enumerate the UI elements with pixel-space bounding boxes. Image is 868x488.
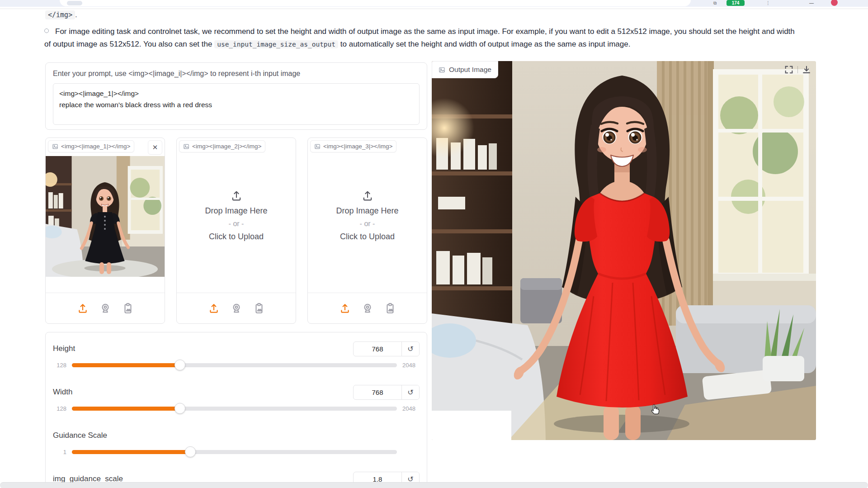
- image-slot-2-label-pill: <img><|image_2|></img>: [179, 140, 265, 152]
- height-input-group: 768 ↺: [353, 341, 420, 356]
- image-slot-1-label-pill: <img><|image_1|></img>: [48, 140, 134, 152]
- width-reset-button[interactable]: ↺: [401, 385, 419, 399]
- guidance-slider-track[interactable]: [72, 450, 397, 454]
- output-image: [432, 61, 816, 440]
- mouse-cursor: [649, 404, 660, 417]
- width-max-label: 2048: [402, 405, 420, 412]
- extension-badge[interactable]: 174: [726, 0, 745, 6]
- width-slider-handle[interactable]: [175, 403, 185, 414]
- fullscreen-icon[interactable]: [783, 64, 795, 76]
- click-to-upload-text[interactable]: Click to Upload: [340, 232, 395, 242]
- webcam-icon[interactable]: [231, 303, 242, 314]
- guidance-min-label: 1: [53, 449, 66, 455]
- image-slot-2-toolbar: [177, 293, 296, 323]
- upload-icon[interactable]: [77, 303, 89, 314]
- image-slot-3-dropzone[interactable]: Drop Image Here - or - Click to Upload: [308, 138, 427, 293]
- image-icon: [183, 143, 189, 150]
- clear-image-button[interactable]: ✕: [148, 140, 162, 155]
- webcam-icon[interactable]: [362, 303, 373, 314]
- img-close-tag-code: </img>: [45, 10, 75, 19]
- image-slot-3: <img><|image_3|></img> Drop Image Here -…: [307, 137, 427, 324]
- image-slot-1-label: <img><|image_1|></img>: [61, 143, 130, 150]
- upload-icon[interactable]: [339, 303, 351, 314]
- height-min-label: 128: [53, 362, 66, 369]
- input-image-thumbnail[interactable]: [46, 156, 165, 277]
- width-slider-row: 128 2048: [53, 403, 420, 414]
- image-icon: [439, 66, 445, 73]
- guidance-slider-head: Guidance Scale: [53, 427, 420, 444]
- input-images-row: <img><|image_1|></img> ✕: [45, 137, 427, 324]
- drop-image-here-text: Drop Image Here: [336, 206, 398, 216]
- horizontal-scrollbar[interactable]: [0, 482, 868, 488]
- top-divider: [0, 9, 868, 9]
- or-text: - or -: [360, 220, 375, 228]
- height-reset-button[interactable]: ↺: [401, 342, 419, 356]
- image-icon: [52, 143, 58, 150]
- profile-avatar[interactable]: [831, 0, 838, 6]
- input-image-scene: [46, 156, 165, 277]
- image-slot-3-toolbar: [308, 293, 427, 323]
- height-label: Height: [53, 344, 75, 353]
- clipboard-icon[interactable]: [384, 303, 396, 314]
- width-label: Width: [53, 388, 72, 397]
- click-to-upload-text[interactable]: Click to Upload: [209, 232, 264, 242]
- intro-code-line: </img>.: [45, 11, 77, 19]
- address-bar[interactable]: [60, 0, 691, 6]
- image-slot-2: <img><|image_2|></img> Drop Image Here -…: [176, 137, 296, 324]
- height-slider-track[interactable]: [72, 363, 397, 367]
- upload-cloud-icon: [361, 190, 374, 202]
- width-value-input[interactable]: 768: [354, 385, 401, 399]
- address-chip: [67, 1, 82, 5]
- clipboard-icon[interactable]: [253, 303, 265, 314]
- width-slider-head: Width 768 ↺: [53, 384, 420, 400]
- image-slot-3-label-pill: <img><|image_3|></img>: [310, 140, 396, 152]
- note-code: use_input_image_size_as_output: [214, 40, 338, 48]
- guidance-slider-fill: [72, 450, 190, 454]
- app-page: ⧉ 174 ⋮ — </img>. For image editing task…: [0, 0, 868, 488]
- clipboard-icon[interactable]: [122, 303, 134, 314]
- width-slider-fill: [72, 407, 180, 411]
- guidance-slider-row: 1: [53, 446, 420, 457]
- width-min-label: 128: [53, 405, 66, 412]
- parameters-panel: Height 768 ↺ 128 2048 Width 768 ↺ 128: [45, 332, 427, 488]
- webcam-icon[interactable]: [99, 303, 111, 314]
- image-icon: [314, 143, 321, 150]
- image-slot-2-dropzone[interactable]: Drop Image Here - or - Click to Upload: [177, 138, 296, 293]
- guidance-slider-handle[interactable]: [185, 446, 196, 457]
- guidance-scale-label: Guidance Scale: [53, 431, 107, 440]
- prompt-input[interactable]: <img><|image_1|></img> replace the woman…: [53, 83, 420, 125]
- prompt-label: Enter your prompt, use <img><|image_i|><…: [53, 70, 420, 78]
- minimize-icon[interactable]: —: [809, 0, 814, 5]
- width-input-group: 768 ↺: [353, 385, 420, 400]
- output-image-label: Output Image: [449, 66, 491, 74]
- image-slot-3-label: <img><|image_3|></img>: [323, 143, 392, 150]
- browser-menu-icon[interactable]: ⋮: [766, 0, 770, 5]
- note-text-after: to automatically set the height and widt…: [338, 40, 630, 48]
- output-image-label-pill: Output Image: [432, 61, 498, 78]
- image-slot-1: <img><|image_1|></img> ✕: [45, 137, 165, 324]
- intro-note: For image editing task and controlnet ta…: [44, 25, 800, 51]
- download-icon[interactable]: [801, 64, 812, 76]
- height-slider-handle[interactable]: [175, 360, 185, 370]
- or-text: - or -: [229, 220, 244, 228]
- extensions-icon[interactable]: ⧉: [713, 0, 717, 6]
- bullet-icon: [44, 28, 49, 33]
- image-slot-1-toolbar: [46, 293, 165, 323]
- output-image-panel[interactable]: Output Image: [432, 61, 816, 440]
- image-slot-2-label: <img><|image_2|></img>: [192, 143, 261, 150]
- output-image-blank-region: [432, 411, 511, 440]
- height-slider-head: Height 768 ↺: [53, 341, 420, 357]
- output-actions-divider: [797, 66, 798, 73]
- upload-cloud-icon: [230, 190, 243, 202]
- height-slider-row: 128 2048: [53, 360, 420, 370]
- height-slider-fill: [72, 363, 180, 367]
- height-value-input[interactable]: 768: [354, 342, 401, 356]
- height-max-label: 2048: [402, 362, 420, 369]
- prompt-panel: Enter your prompt, use <img><|image_i|><…: [45, 62, 427, 130]
- output-actions: [783, 64, 812, 76]
- browser-bar: ⧉ 174 ⋮ —: [0, 0, 868, 7]
- drop-image-here-text: Drop Image Here: [205, 206, 267, 216]
- upload-icon[interactable]: [208, 303, 220, 314]
- width-slider-track[interactable]: [72, 407, 397, 411]
- period: .: [75, 11, 77, 19]
